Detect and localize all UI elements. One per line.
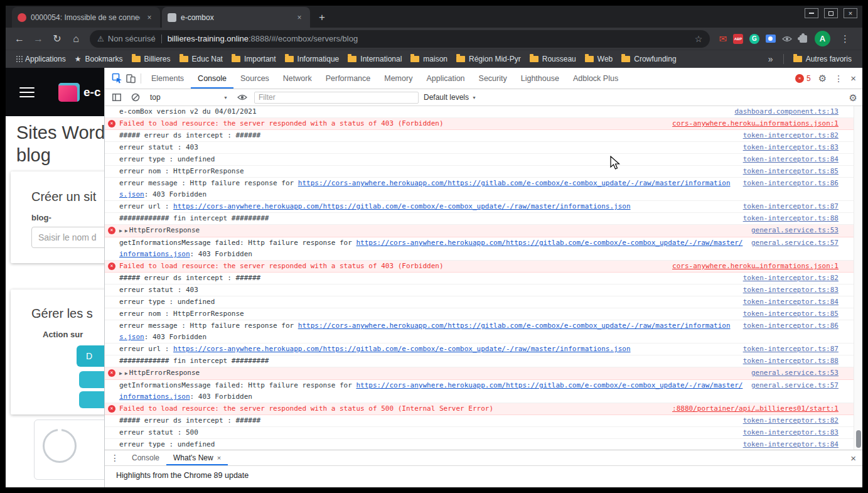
- grammarly-extension-icon[interactable]: G: [749, 34, 759, 44]
- error-count-badge[interactable]: × 5: [795, 74, 811, 83]
- maximize-button[interactable]: [824, 8, 838, 18]
- bookmark-folder[interactable]: Educ Nat: [175, 53, 227, 65]
- site-action-button[interactable]: [79, 371, 104, 388]
- console-settings-icon[interactable]: ⚙: [849, 93, 857, 102]
- devtools-tab-security[interactable]: Security: [472, 68, 514, 89]
- console-source-link[interactable]: general.service.ts:53: [751, 225, 839, 236]
- eye-extension-icon[interactable]: [782, 35, 792, 43]
- clear-console-icon[interactable]: [129, 90, 142, 104]
- site-action-button[interactable]: D: [77, 345, 104, 367]
- console-source-link[interactable]: general.service.ts:53: [751, 367, 839, 379]
- console-source-link[interactable]: token-interceptor.ts:83: [743, 427, 839, 438]
- expand-triangle-icon[interactable]: ▶: [125, 371, 128, 376]
- log-levels-selector[interactable]: Default levels ▼: [424, 93, 476, 102]
- bookmark-star-icon[interactable]: ☆: [695, 34, 703, 44]
- console-source-link[interactable]: general.service.ts:57: [751, 380, 839, 391]
- browser-menu-icon[interactable]: ⋮: [837, 33, 854, 45]
- bookmarks-manager-shortcut[interactable]: ★ Bookmarks: [70, 53, 127, 65]
- drawer-menu-icon[interactable]: ⋮: [105, 450, 125, 465]
- console-source-link[interactable]: token-interceptor.ts:83: [743, 284, 839, 296]
- console-source-link[interactable]: token-interceptor.ts:82: [743, 273, 839, 284]
- console-source-link[interactable]: cors-anywhere.heroku…informations.json:1: [672, 118, 839, 129]
- console-source-link[interactable]: token-interceptor.ts:86: [743, 178, 839, 189]
- console-source-link[interactable]: token-interceptor.ts:88: [743, 355, 839, 367]
- console-source-link[interactable]: token-interceptor.ts:85: [743, 308, 839, 320]
- camera-extension-icon[interactable]: [766, 35, 776, 43]
- scrollbar-thumb[interactable]: [856, 430, 861, 448]
- console-source-link[interactable]: token-interceptor.ts:87: [743, 201, 839, 212]
- site-action-button[interactable]: [79, 391, 104, 408]
- console-source-link[interactable]: token-interceptor.ts:82: [743, 415, 839, 426]
- console-source-link[interactable]: cors-anywhere.heroku…informations.json:1: [672, 261, 839, 272]
- console-source-link[interactable]: token-interceptor.ts:84: [743, 154, 839, 165]
- console-url-link[interactable]: https://cors-anywhere.herokuapp.com/http…: [173, 345, 630, 353]
- console-source-link[interactable]: token-interceptor.ts:88: [743, 213, 839, 224]
- bookmark-folder[interactable]: Web: [581, 53, 617, 65]
- devtools-settings-icon[interactable]: ⚙: [818, 73, 827, 83]
- console-source-link[interactable]: general.service.ts:57: [751, 237, 839, 249]
- devtools-tab-performance[interactable]: Performance: [319, 68, 378, 89]
- new-tab-button[interactable]: +: [314, 9, 330, 26]
- devtools-tab-sources[interactable]: Sources: [233, 68, 276, 89]
- drawer-tab-console[interactable]: Console: [125, 450, 166, 465]
- console-source-link[interactable]: token-interceptor.ts:84: [743, 439, 839, 450]
- bookmark-folder[interactable]: Billieres: [127, 53, 175, 65]
- home-icon[interactable]: ⌂: [67, 30, 85, 48]
- stop-all-card[interactable]: [34, 420, 104, 480]
- expand-triangle-icon[interactable]: ▶: [119, 228, 122, 234]
- console-sidebar-icon[interactable]: [110, 90, 124, 104]
- console-filter-input[interactable]: [254, 92, 419, 104]
- console-source-link[interactable]: token-interceptor.ts:85: [743, 166, 839, 177]
- devtools-tab-elements[interactable]: Elements: [144, 68, 191, 89]
- devtools-tab-console[interactable]: Console: [191, 68, 233, 89]
- bookmark-folder[interactable]: International: [343, 53, 406, 65]
- minimize-button[interactable]: [805, 8, 818, 18]
- browser-tab-bugtracker[interactable]: 0000054: Imossible de se connec ×: [12, 7, 160, 28]
- gmail-extension-icon[interactable]: ✉: [719, 34, 727, 43]
- bookmarks-overflow-chevron[interactable]: »: [763, 54, 778, 64]
- drawer-close-icon[interactable]: ×: [844, 450, 862, 465]
- bookmark-folder[interactable]: Informatique: [281, 53, 344, 65]
- not-secure-label[interactable]: Non sécurisé: [108, 34, 156, 43]
- console-scrollbar[interactable]: [854, 106, 862, 450]
- devtools-tab-network[interactable]: Network: [276, 68, 319, 89]
- extensions-puzzle-icon[interactable]: [800, 35, 807, 43]
- console-source-link[interactable]: token-interceptor.ts:86: [743, 320, 839, 332]
- console-source-link[interactable]: :8880/portainer/api/…billieres01/start:1: [672, 403, 839, 414]
- bookmark-folder[interactable]: Région Mid-Pyr: [452, 53, 525, 65]
- devtools-menu-icon[interactable]: ⋮: [834, 73, 843, 84]
- live-expression-eye-icon[interactable]: [235, 90, 249, 104]
- bookmark-folder[interactable]: maison: [406, 53, 452, 65]
- devtools-tab-adblock-plus[interactable]: Adblock Plus: [566, 68, 625, 89]
- omnibox[interactable]: ⚠ Non sécurisé billieres-training.online…: [90, 30, 710, 48]
- reload-icon[interactable]: ↻: [48, 30, 66, 48]
- drawer-tab-close-icon[interactable]: ×: [217, 454, 221, 462]
- tab-close-icon[interactable]: ×: [294, 13, 304, 23]
- adblock-plus-extension-icon[interactable]: ABP: [733, 34, 743, 44]
- hamburger-menu-icon[interactable]: [19, 87, 35, 97]
- execution-context-selector[interactable]: top ▼: [147, 93, 230, 102]
- site-name-input[interactable]: [31, 227, 104, 248]
- console-url-link[interactable]: https://cors-anywhere.herokuapp.com/http…: [173, 202, 630, 210]
- console-source-link[interactable]: token-interceptor.ts:82: [743, 130, 839, 141]
- forward-icon[interactable]: →: [29, 30, 47, 48]
- profile-avatar[interactable]: A: [815, 31, 830, 46]
- apps-shortcut[interactable]: Applications: [12, 53, 70, 65]
- browser-tab-ecombox[interactable]: e-combox ×: [162, 7, 310, 28]
- tab-close-icon[interactable]: ×: [144, 13, 154, 23]
- devtools-tab-memory[interactable]: Memory: [377, 68, 419, 89]
- console-source-link[interactable]: token-interceptor.ts:83: [743, 142, 839, 153]
- devtools-tab-application[interactable]: Application: [419, 68, 471, 89]
- back-icon[interactable]: ←: [11, 30, 28, 48]
- console-source-link[interactable]: token-interceptor.ts:87: [743, 344, 839, 355]
- window-close-button[interactable]: ×: [844, 8, 857, 18]
- expand-triangle-icon[interactable]: ▶: [125, 228, 128, 234]
- devtools-tab-lighthouse[interactable]: Lighthouse: [514, 68, 566, 89]
- bookmark-folder[interactable]: Important: [227, 53, 281, 65]
- device-toolbar-icon[interactable]: [124, 72, 137, 85]
- expand-triangle-icon[interactable]: ▶: [119, 371, 122, 376]
- inspect-element-icon[interactable]: [110, 72, 124, 85]
- console-source-link[interactable]: token-interceptor.ts:84: [743, 296, 839, 308]
- bookmark-folder[interactable]: Crowfunding: [617, 53, 680, 65]
- bookmark-folder[interactable]: Rousseau: [525, 53, 581, 65]
